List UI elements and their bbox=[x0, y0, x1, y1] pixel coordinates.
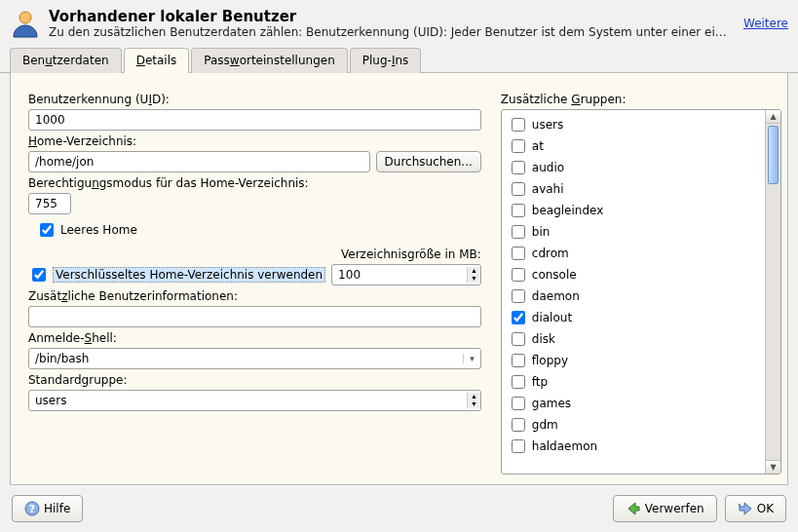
group-label: cdrom bbox=[532, 247, 569, 260]
help-button[interactable]: ? Hilfe bbox=[12, 495, 83, 522]
group-label: ftp bbox=[532, 375, 548, 389]
group-item-games[interactable]: games bbox=[508, 393, 759, 414]
defgroup-value: users bbox=[29, 391, 467, 410]
group-label: console bbox=[532, 268, 577, 282]
group-label: gdm bbox=[532, 418, 558, 432]
uid-input[interactable] bbox=[28, 109, 481, 131]
ok-icon bbox=[738, 501, 753, 516]
group-checkbox-console[interactable] bbox=[512, 268, 525, 282]
group-item-disk[interactable]: disk bbox=[508, 328, 759, 350]
group-checkbox-at[interactable] bbox=[512, 139, 525, 153]
group-label: dialout bbox=[532, 311, 572, 324]
groups-listbox[interactable]: usersataudioavahibeagleindexbincdromcons… bbox=[502, 110, 765, 474]
scrollbar[interactable]: ▲ ▼ bbox=[765, 110, 780, 474]
group-checkbox-avahi[interactable] bbox=[512, 182, 525, 196]
addinfo-input[interactable] bbox=[28, 306, 481, 327]
groups-label: Zusätzliche Gruppen: bbox=[501, 93, 781, 106]
group-item-haldaemon[interactable]: haldaemon bbox=[508, 436, 759, 457]
group-label: audio bbox=[532, 161, 564, 174]
tab-passworteinstellungen[interactable]: Passworteinstellungen bbox=[191, 48, 348, 73]
encrypt-home-label: Verschlüsseltes Home-Verzeichnis verwend… bbox=[53, 267, 325, 283]
group-checkbox-gdm[interactable] bbox=[512, 418, 525, 432]
shell-combo[interactable]: ▾ bbox=[28, 348, 481, 369]
browse-button[interactable]: Durchsuchen... bbox=[376, 151, 481, 172]
group-item-audio[interactable]: audio bbox=[508, 157, 759, 178]
encrypt-home-checkbox[interactable] bbox=[32, 268, 46, 282]
group-checkbox-ftp[interactable] bbox=[512, 375, 525, 389]
group-label: users bbox=[532, 118, 563, 132]
group-label: beagleindex bbox=[532, 204, 604, 217]
group-label: games bbox=[532, 397, 571, 410]
group-item-dialout[interactable]: dialout bbox=[508, 307, 759, 328]
svg-text:?: ? bbox=[29, 503, 35, 515]
uid-label: Benutzerkennung (UID): bbox=[28, 93, 481, 106]
shell-label: Anmelde-Shell: bbox=[28, 331, 481, 345]
scroll-up-button[interactable]: ▲ bbox=[766, 110, 780, 124]
dirsize-label: Verzeichnisgröße in MB: bbox=[28, 247, 481, 261]
discard-button[interactable]: Verwerfen bbox=[613, 495, 717, 522]
defgroup-label: Standardgruppe: bbox=[28, 373, 481, 387]
ok-button[interactable]: OK bbox=[725, 495, 786, 522]
group-label: floppy bbox=[532, 354, 568, 367]
group-label: bin bbox=[532, 225, 551, 239]
group-checkbox-cdrom[interactable] bbox=[512, 247, 525, 260]
group-item-avahi[interactable]: avahi bbox=[508, 178, 759, 200]
group-item-daemon[interactable]: daemon bbox=[508, 285, 759, 307]
encrypt-home-checkbox-row[interactable]: Verschlüsseltes Home-Verzeichnis verwend… bbox=[28, 265, 325, 285]
empty-home-checkbox[interactable] bbox=[40, 223, 54, 237]
group-checkbox-bin[interactable] bbox=[512, 225, 525, 239]
empty-home-checkbox-row[interactable]: Leeres Home bbox=[36, 220, 481, 240]
group-label: avahi bbox=[532, 182, 564, 196]
spin-down-button[interactable]: ▼ bbox=[468, 275, 480, 283]
group-item-bin[interactable]: bin bbox=[508, 221, 759, 243]
group-label: daemon bbox=[532, 289, 580, 303]
group-label: at bbox=[532, 139, 544, 153]
group-label: haldaemon bbox=[532, 439, 597, 453]
svg-point-0 bbox=[19, 12, 31, 23]
group-checkbox-disk[interactable] bbox=[512, 332, 525, 346]
help-icon: ? bbox=[24, 501, 40, 516]
group-item-cdrom[interactable]: cdrom bbox=[508, 243, 759, 264]
group-item-users[interactable]: users bbox=[508, 114, 759, 135]
shell-input[interactable] bbox=[29, 349, 463, 368]
tab-plug-ins[interactable]: Plug-Ins bbox=[350, 48, 422, 73]
tab-benutzerdaten[interactable]: Benutzerdaten bbox=[10, 48, 122, 73]
group-checkbox-audio[interactable] bbox=[512, 161, 525, 174]
scroll-thumb[interactable] bbox=[768, 126, 779, 184]
group-checkbox-floppy[interactable] bbox=[512, 354, 525, 367]
group-checkbox-daemon[interactable] bbox=[512, 289, 525, 303]
group-label: disk bbox=[532, 332, 555, 346]
perm-label: Berechtigungsmodus für das Home-Verzeich… bbox=[28, 176, 481, 190]
group-checkbox-games[interactable] bbox=[512, 397, 525, 410]
scroll-down-button[interactable]: ▼ bbox=[766, 460, 780, 474]
group-item-console[interactable]: console bbox=[508, 264, 759, 285]
spin-down-button[interactable]: ▼ bbox=[468, 400, 480, 408]
page-description: Zu den zusätzlichen Benutzerdaten zählen… bbox=[49, 25, 732, 39]
spin-up-button[interactable]: ▲ bbox=[468, 267, 480, 275]
tabs-bar: BenutzerdatenDetailsPassworteinstellunge… bbox=[0, 47, 798, 73]
defgroup-combo[interactable]: users ▲▼ bbox=[28, 390, 481, 411]
group-item-ftp[interactable]: ftp bbox=[508, 371, 759, 393]
group-checkbox-users[interactable] bbox=[512, 118, 525, 132]
empty-home-label: Leeres Home bbox=[60, 223, 137, 237]
dirsize-spinbox[interactable]: ▲▼ bbox=[331, 264, 481, 285]
home-label: Home-Verzeichnis: bbox=[28, 134, 481, 148]
spin-up-button[interactable]: ▲ bbox=[468, 393, 480, 400]
chevron-down-icon[interactable]: ▾ bbox=[463, 354, 480, 363]
group-item-at[interactable]: at bbox=[508, 135, 759, 157]
user-icon bbox=[10, 8, 41, 39]
page-title: Vorhandener lokaler Benutzer bbox=[49, 8, 732, 25]
dirsize-input[interactable] bbox=[332, 265, 467, 285]
tab-details[interactable]: Details bbox=[124, 48, 190, 73]
group-item-beagleindex[interactable]: beagleindex bbox=[508, 200, 759, 221]
group-checkbox-haldaemon[interactable] bbox=[512, 439, 525, 453]
home-input[interactable] bbox=[28, 151, 370, 172]
addinfo-label: Zusätzliche Benutzerinformationen: bbox=[28, 289, 481, 303]
perm-input[interactable] bbox=[28, 193, 71, 214]
group-item-floppy[interactable]: floppy bbox=[508, 350, 759, 371]
group-item-gdm[interactable]: gdm bbox=[508, 414, 759, 436]
arrow-left-icon bbox=[626, 501, 641, 516]
group-checkbox-beagleindex[interactable] bbox=[512, 204, 525, 217]
group-checkbox-dialout[interactable] bbox=[512, 311, 525, 324]
more-link[interactable]: Weitere bbox=[743, 17, 788, 30]
